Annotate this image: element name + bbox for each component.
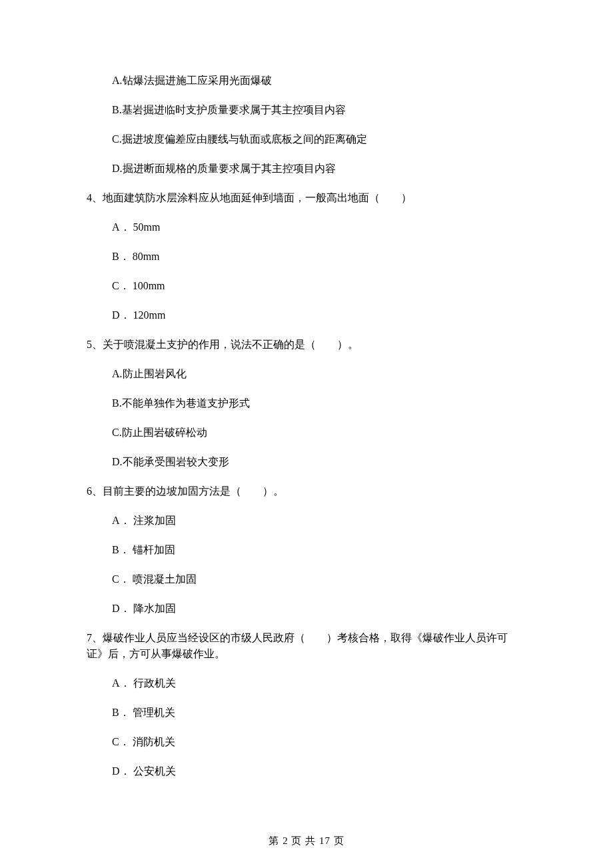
- q5-stem: 5、关于喷混凝土支护的作用，说法不正确的是（ ）。: [87, 337, 526, 353]
- q5-option-d: D.不能承受围岩较大变形: [112, 454, 526, 470]
- q4-options: A． 50mm B． 80mm C． 100mm D． 120mm: [87, 219, 526, 323]
- q7-option-a: A． 行政机关: [112, 675, 526, 691]
- q3-option-c: C.掘进坡度偏差应由腰线与轨面或底板之间的距离确定: [112, 131, 526, 147]
- page-container: A.钻爆法掘进施工应采用光面爆破 B.基岩掘进临时支护质量要求属于其主控项目内容…: [0, 0, 613, 868]
- q6-option-d: D． 降水加固: [112, 601, 526, 617]
- q5-option-b: B.不能单独作为巷道支护形式: [112, 395, 526, 411]
- q7-stem: 7、爆破作业人员应当经设区的市级人民政府（ ）考核合格，取得《爆破作业人员许可证…: [87, 630, 526, 662]
- q3-options: A.钻爆法掘进施工应采用光面爆破 B.基岩掘进临时支护质量要求属于其主控项目内容…: [87, 73, 526, 177]
- page-footer: 第 2 页 共 17 页: [0, 833, 613, 849]
- q7-options: A． 行政机关 B． 管理机关 C． 消防机关 D． 公安机关: [87, 675, 526, 779]
- q3-option-a: A.钻爆法掘进施工应采用光面爆破: [112, 73, 526, 89]
- q6-stem: 6、目前主要的边坡加固方法是（ ）。: [87, 483, 526, 499]
- q5-option-a: A.防止围岩风化: [112, 366, 526, 382]
- q7-option-d: D． 公安机关: [112, 763, 526, 779]
- q4-stem: 4、地面建筑防水层涂料应从地面延伸到墙面，一般高出地面（ ）: [87, 190, 526, 206]
- q4-option-d: D． 120mm: [112, 307, 526, 323]
- q5-options: A.防止围岩风化 B.不能单独作为巷道支护形式 C.防止围岩破碎松动 D.不能承…: [87, 366, 526, 470]
- q6-option-c: C． 喷混凝土加固: [112, 571, 526, 587]
- q3-option-d: D.掘进断面规格的质量要求属于其主控项目内容: [112, 161, 526, 177]
- q7-option-b: B． 管理机关: [112, 705, 526, 721]
- q5-option-c: C.防止围岩破碎松动: [112, 425, 526, 441]
- q3-option-b: B.基岩掘进临时支护质量要求属于其主控项目内容: [112, 102, 526, 118]
- q6-option-b: B． 锚杆加固: [112, 542, 526, 558]
- q4-option-c: C． 100mm: [112, 278, 526, 294]
- q6-options: A． 注浆加固 B． 锚杆加固 C． 喷混凝土加固 D． 降水加固: [87, 513, 526, 617]
- q6-option-a: A． 注浆加固: [112, 513, 526, 529]
- q7-option-c: C． 消防机关: [112, 734, 526, 750]
- q4-option-b: B． 80mm: [112, 249, 526, 265]
- q4-option-a: A． 50mm: [112, 219, 526, 235]
